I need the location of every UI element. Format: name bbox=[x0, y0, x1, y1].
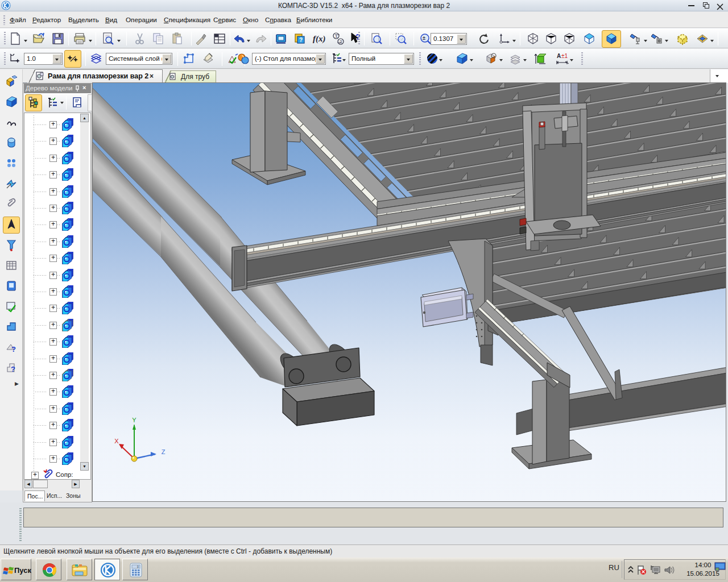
svg-text:0: 0 bbox=[137, 565, 139, 568]
svg-text:Z: Z bbox=[162, 448, 166, 455]
svg-text:?: ? bbox=[11, 365, 15, 373]
svg-text:?: ? bbox=[299, 37, 303, 43]
svg-text:A: A bbox=[557, 53, 561, 59]
svg-text:X: X bbox=[114, 438, 119, 444]
svg-text:Y: Y bbox=[132, 417, 136, 423]
svg-text:f(x): f(x) bbox=[313, 34, 325, 44]
svg-text:2: 2 bbox=[340, 39, 342, 44]
svg-text:±: ± bbox=[423, 35, 425, 41]
svg-text:1: 1 bbox=[335, 34, 338, 39]
svg-text:?: ? bbox=[11, 345, 16, 354]
svg-text:±1: ±1 bbox=[561, 53, 568, 59]
